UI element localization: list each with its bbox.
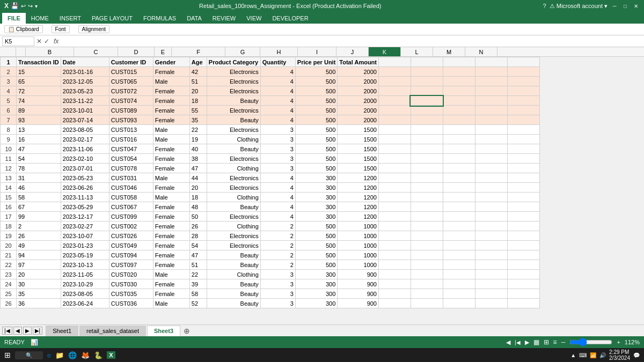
cell-r4-c5[interactable]: 20 <box>189 86 207 96</box>
row-num-23[interactable]: 23 <box>1 270 17 279</box>
cell-r13-c12[interactable] <box>443 173 475 183</box>
cell-r5-c11[interactable] <box>411 96 443 106</box>
row-num-18[interactable]: 18 <box>1 221 17 231</box>
cell-r4-c1[interactable]: 72 <box>17 86 61 96</box>
cell-r7-c8[interactable]: 500 <box>295 115 338 125</box>
formula-input[interactable] <box>61 38 642 45</box>
cell-r16-c5[interactable]: 48 <box>189 202 207 212</box>
cell-r15-c9[interactable]: 1200 <box>338 193 379 202</box>
cell-r22-c14[interactable] <box>507 260 539 270</box>
cell-r14-c14[interactable] <box>507 183 539 193</box>
cell-r17-c6[interactable]: Electronics <box>207 212 260 221</box>
cell-r21-c8[interactable]: 500 <box>295 250 338 260</box>
cell-r12-c14[interactable] <box>507 164 539 173</box>
taskbar-excel-icon[interactable]: X <box>107 351 115 359</box>
row-num-22[interactable]: 22 <box>1 260 17 270</box>
cell-r18-c6[interactable]: Clothing <box>207 221 260 231</box>
cell-r26-c7[interactable]: 3 <box>260 299 295 308</box>
cell-r20-c3[interactable]: CUST049 <box>109 241 153 250</box>
sheet-tab-sheet3[interactable]: Sheet3 <box>147 326 180 336</box>
cell-r21-c14[interactable] <box>507 250 539 260</box>
cell-r9-c3[interactable]: CUST016 <box>109 135 153 144</box>
cell-r4-c11[interactable] <box>411 86 443 96</box>
row-num-15[interactable]: 15 <box>1 193 17 202</box>
tab-file[interactable]: FILE <box>2 13 26 24</box>
col-header-k[interactable]: K <box>369 47 401 56</box>
cell-r22-c1[interactable]: 97 <box>17 260 61 270</box>
cell-r5-c1[interactable]: 74 <box>17 96 61 106</box>
cell-r13-c1[interactable]: 31 <box>17 173 61 183</box>
view-layout[interactable]: ⊞ <box>544 338 549 346</box>
cell-r4-c10[interactable] <box>378 86 411 96</box>
cell-r6-c13[interactable] <box>475 106 507 115</box>
cell-r20-c6[interactable]: Electronics <box>207 241 260 250</box>
cell-r15-c1[interactable]: 58 <box>17 193 61 202</box>
row-num-3[interactable]: 3 <box>1 77 17 86</box>
cell-r16-c1[interactable]: 67 <box>17 202 61 212</box>
cell-r22-c12[interactable] <box>443 260 475 270</box>
row-num-1[interactable]: 1 <box>1 57 17 67</box>
cell-r9-c4[interactable]: Male <box>153 135 189 144</box>
taskbar-volume-icon[interactable]: 🔊 <box>599 352 606 358</box>
quick-access-undo[interactable]: ↩ <box>21 3 26 10</box>
view-normal[interactable]: ▦ <box>533 338 539 346</box>
cell-r10-c3[interactable]: CUST047 <box>109 144 153 154</box>
cell-r19-c1[interactable]: 26 <box>17 231 61 241</box>
cell-r11-c10[interactable] <box>378 154 411 164</box>
cell-r22-c8[interactable]: 500 <box>295 260 338 270</box>
cell-r16-c9[interactable]: 1200 <box>338 202 379 212</box>
cell-r21-c12[interactable] <box>443 250 475 260</box>
col-header-i[interactable]: I <box>298 47 336 56</box>
cell-r8-c14[interactable] <box>507 125 539 135</box>
cell-r24-c6[interactable]: Beauty <box>207 279 260 289</box>
cell-r19-c6[interactable]: Electronics <box>207 231 260 241</box>
cell-r24-c8[interactable]: 300 <box>295 279 338 289</box>
cell-r14-c10[interactable] <box>378 183 411 193</box>
cell-r12-c9[interactable]: 1500 <box>338 164 379 173</box>
cell-r5-c14[interactable] <box>507 96 539 106</box>
row-num-9[interactable]: 9 <box>1 135 17 144</box>
cell-r16-c7[interactable]: 4 <box>260 202 295 212</box>
row-num-12[interactable]: 12 <box>1 164 17 173</box>
cell-r19-c8[interactable]: 500 <box>295 231 338 241</box>
cell-r4-c9[interactable]: 2000 <box>338 86 379 96</box>
cell-r6-c14[interactable] <box>507 106 539 115</box>
cell-r2-c7[interactable]: 4 <box>260 67 295 77</box>
cell-r5-c8[interactable]: 500 <box>295 96 338 106</box>
cell-r11-c2[interactable]: 2023-02-10 <box>61 154 109 164</box>
header-cell-7[interactable]: Quantity <box>260 57 295 67</box>
cell-r4-c14[interactable] <box>507 86 539 96</box>
cell-r2-c5[interactable]: 42 <box>189 67 207 77</box>
cell-r22-c2[interactable]: 2023-10-13 <box>61 260 109 270</box>
sheet-tab-sheet1[interactable]: Sheet1 <box>46 326 78 336</box>
cell-r21-c2[interactable]: 2023-05-19 <box>61 250 109 260</box>
cell-r24-c12[interactable] <box>443 279 475 289</box>
cell-r20-c9[interactable]: 1000 <box>338 241 379 250</box>
cell-r15-c3[interactable]: CUST058 <box>109 193 153 202</box>
tab-data[interactable]: DATA <box>181 13 207 24</box>
cell-r6-c7[interactable]: 4 <box>260 106 295 115</box>
cell-r2-c10[interactable] <box>378 67 411 77</box>
cell-r11-c14[interactable] <box>507 154 539 164</box>
cell-r7-c5[interactable]: 35 <box>189 115 207 125</box>
cell-r9-c5[interactable]: 19 <box>189 135 207 144</box>
cell-r12-c7[interactable]: 3 <box>260 164 295 173</box>
cell-r26-c8[interactable]: 300 <box>295 299 338 308</box>
cell-r15-c14[interactable] <box>507 193 539 202</box>
cell-r5-c12[interactable] <box>443 96 475 106</box>
cell-r19-c10[interactable] <box>378 231 411 241</box>
cell-r25-c14[interactable] <box>507 289 539 299</box>
cell-r6-c5[interactable]: 55 <box>189 106 207 115</box>
cell-r26-c3[interactable]: CUST036 <box>109 299 153 308</box>
cell-r13-c9[interactable]: 1200 <box>338 173 379 183</box>
cell-r7-c7[interactable]: 4 <box>260 115 295 125</box>
add-sheet-btn[interactable]: ⊕ <box>184 327 190 335</box>
scroll-left-btn[interactable]: ◀ <box>506 339 510 346</box>
header-cell-4[interactable]: Gender <box>153 57 189 67</box>
cell-r3-c3[interactable]: CUST065 <box>109 77 153 86</box>
cell-r5-c6[interactable]: Beauty <box>207 96 260 106</box>
cell-r8-c8[interactable]: 500 <box>295 125 338 135</box>
col-header-j[interactable]: J <box>336 47 369 56</box>
cell-r15-c4[interactable]: Male <box>153 193 189 202</box>
cell-r12-c2[interactable]: 2023-07-01 <box>61 164 109 173</box>
